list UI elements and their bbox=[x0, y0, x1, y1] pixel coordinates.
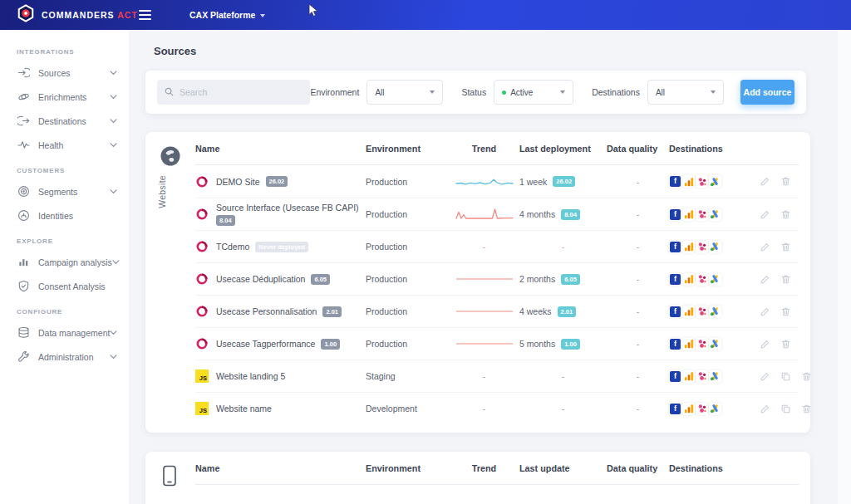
sidebar-item-destinations[interactable]: Destinations bbox=[0, 109, 129, 133]
destinations-cell: f bbox=[669, 175, 748, 188]
column-header: Destinations bbox=[669, 144, 748, 154]
commanders-act-source-icon bbox=[195, 175, 209, 188]
version-badge: 8.04 bbox=[216, 215, 235, 226]
environment-select[interactable]: All bbox=[366, 80, 443, 105]
platform-menu[interactable]: CAX Plateforme bbox=[189, 10, 265, 20]
brand-logo[interactable]: COMMANDERS ACT bbox=[0, 4, 129, 26]
sidebar-item-campaign-analysis[interactable]: Campaign analysis bbox=[0, 250, 129, 274]
edit-button[interactable] bbox=[760, 209, 770, 220]
column-header: Last deployment bbox=[519, 144, 607, 154]
chevron-down-icon bbox=[430, 91, 435, 94]
column-header: Environment bbox=[366, 463, 449, 473]
source-name: DEMO Site bbox=[216, 177, 260, 187]
environment-filter-label: Environment bbox=[310, 87, 359, 97]
last-deployment-cell: - bbox=[519, 242, 607, 252]
sidebar-item-identities[interactable]: Identities bbox=[0, 203, 129, 228]
delete-button[interactable] bbox=[780, 306, 791, 317]
edit-button[interactable] bbox=[760, 339, 770, 350]
table-row[interactable]: JS Website name Development - - - f bbox=[195, 392, 799, 424]
table-row[interactable]: Usecase Personnalisation 2.01 Production… bbox=[195, 295, 799, 327]
sidebar-section-label: CONFIGURE bbox=[0, 298, 129, 321]
active-status-dot-icon bbox=[502, 91, 506, 95]
segments-icon bbox=[17, 185, 30, 198]
sidebar-item-health[interactable]: Health bbox=[0, 133, 129, 157]
trend-sparkline: - bbox=[449, 404, 519, 413]
google-ads-icon bbox=[709, 241, 721, 253]
trend-sparkline bbox=[449, 272, 519, 286]
trend-sparkline: - bbox=[449, 242, 519, 252]
delete-button[interactable] bbox=[780, 339, 791, 350]
deployment-version-badge: 2.01 bbox=[558, 306, 577, 317]
environment-cell: Production bbox=[366, 242, 449, 252]
website-table-header: NameEnvironmentTrendLast deploymentData … bbox=[195, 132, 799, 165]
row-actions bbox=[748, 404, 812, 414]
scrollbar-track[interactable] bbox=[838, 30, 851, 504]
pink-logo-icon bbox=[696, 208, 708, 221]
sidebar-item-data-management[interactable]: Data management bbox=[0, 321, 129, 345]
table-row[interactable]: JS Website landing 5 Staging - - - f bbox=[195, 360, 799, 392]
destinations-cell: f bbox=[669, 208, 748, 221]
sidebar-item-segments[interactable]: Segments bbox=[0, 179, 129, 203]
hamburger-menu-icon[interactable] bbox=[139, 10, 151, 20]
sidebar-item-consent-analysis[interactable]: Consent Analysis bbox=[0, 274, 129, 298]
environment-cell: Production bbox=[366, 177, 449, 187]
edit-button[interactable] bbox=[760, 242, 770, 252]
pink-logo-icon bbox=[696, 306, 708, 318]
edit-button[interactable] bbox=[760, 371, 770, 382]
commanders-act-logo-icon bbox=[17, 4, 35, 26]
last-deployment-cell: 1 week26.02 bbox=[519, 176, 607, 187]
sidebar-item-sources[interactable]: Sources bbox=[0, 61, 129, 85]
table-row[interactable]: DEMO Site 26.02 Production 1 week26.02 -… bbox=[195, 165, 799, 198]
table-row[interactable]: Source Interface (Usecase FB CAPI) 8.04 … bbox=[195, 198, 799, 230]
destinations-cell: f bbox=[669, 306, 748, 318]
commanders-act-source-icon bbox=[195, 208, 209, 221]
pink-logo-icon bbox=[696, 338, 708, 350]
sidebar-item-administration[interactable]: Administration bbox=[0, 345, 129, 369]
status-filter-label: Status bbox=[461, 87, 486, 97]
mobile-sources-card: NameEnvironmentTrendLast updateData qual… bbox=[145, 452, 810, 504]
edit-button[interactable] bbox=[760, 404, 770, 414]
top-navbar: COMMANDERS ACT CAX Plateforme bbox=[0, 0, 851, 30]
destinations-cell: f bbox=[669, 370, 748, 383]
google-analytics-icon bbox=[682, 241, 695, 253]
edit-button[interactable] bbox=[760, 306, 770, 317]
chevron-down-icon bbox=[110, 355, 117, 360]
chevron-down-icon bbox=[112, 260, 120, 265]
destinations-select[interactable]: All bbox=[647, 80, 724, 105]
chevron-down-icon bbox=[260, 14, 265, 17]
delete-button[interactable] bbox=[780, 176, 791, 187]
facebook-icon: f bbox=[669, 306, 681, 318]
delete-button[interactable] bbox=[780, 209, 791, 220]
trend-sparkline bbox=[449, 207, 519, 222]
mobile-phone-icon bbox=[162, 465, 177, 490]
facebook-icon: f bbox=[669, 241, 681, 253]
table-row[interactable]: Usecase Tagperformance 1.00 Production 5… bbox=[195, 327, 799, 360]
google-analytics-icon bbox=[682, 306, 695, 318]
delete-button[interactable] bbox=[801, 371, 812, 382]
delete-button[interactable] bbox=[801, 404, 812, 414]
google-ads-icon bbox=[709, 175, 721, 188]
edit-button[interactable] bbox=[760, 176, 770, 187]
row-actions bbox=[748, 242, 799, 252]
duplicate-button[interactable] bbox=[780, 371, 791, 382]
edit-button[interactable] bbox=[760, 274, 770, 285]
table-row[interactable]: TCdemo Never deployed Production - - - f bbox=[195, 230, 799, 262]
data-quality-cell: - bbox=[607, 339, 669, 349]
never-deployed-badge: Never deployed bbox=[255, 242, 308, 252]
column-header: Trend bbox=[449, 463, 519, 473]
add-source-button[interactable]: Add source bbox=[740, 80, 794, 105]
data-quality-cell: - bbox=[607, 404, 669, 413]
delete-button[interactable] bbox=[780, 242, 791, 252]
duplicate-button[interactable] bbox=[780, 404, 791, 414]
environment-cell: Development bbox=[366, 404, 449, 413]
google-ads-icon bbox=[709, 338, 721, 350]
destinations-cell: f bbox=[669, 338, 748, 350]
table-row[interactable]: Usecase Déduplication 6.05 Production 2 … bbox=[195, 262, 799, 295]
enrichments-icon bbox=[17, 91, 30, 104]
delete-button[interactable] bbox=[780, 274, 791, 285]
status-select[interactable]: Active bbox=[494, 80, 573, 105]
sidebar-section-label: EXPLORE bbox=[0, 228, 129, 250]
search-box[interactable] bbox=[157, 80, 310, 105]
sidebar-item-enrichments[interactable]: Enrichments bbox=[0, 85, 129, 109]
search-input[interactable] bbox=[180, 87, 303, 97]
